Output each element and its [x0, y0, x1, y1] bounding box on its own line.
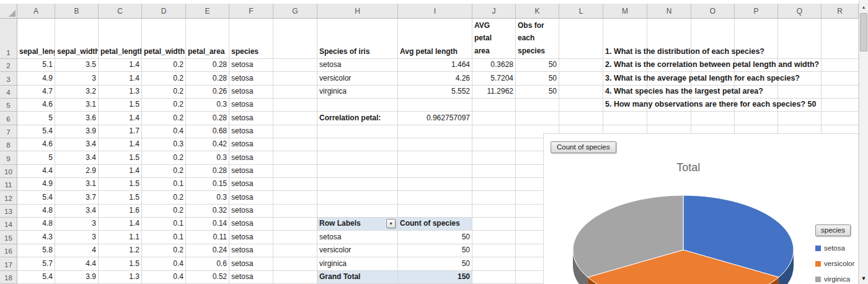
row-header-7[interactable]: 7 — [0, 125, 17, 138]
cell-I13[interactable] — [398, 205, 472, 218]
cell-K6[interactable] — [516, 112, 559, 125]
cell-A16[interactable]: 5.8 — [17, 244, 55, 257]
cell-C18[interactable]: 1.3 — [99, 271, 142, 284]
cell-H17[interactable]: virginica — [317, 257, 398, 270]
cell-H15[interactable]: setosa — [317, 231, 398, 244]
row-header-5[interactable]: 5 — [0, 99, 17, 112]
cell-H10[interactable] — [317, 165, 398, 178]
cell-A2[interactable]: 5.1 — [17, 59, 55, 72]
row-header-3[interactable]: 3 — [0, 72, 17, 85]
scroll-thumb[interactable] — [860, 13, 867, 51]
cell-C10[interactable]: 1.4 — [99, 165, 142, 178]
cell-H12[interactable] — [317, 191, 398, 204]
cell-F1[interactable]: species — [229, 19, 273, 59]
cell-K2[interactable]: 50 — [516, 59, 559, 72]
column-header-O[interactable]: O — [691, 4, 735, 19]
column-header-J[interactable]: J — [472, 4, 516, 19]
cell-E2[interactable]: 0.28 — [186, 59, 229, 72]
cell-B5[interactable]: 3.1 — [55, 99, 99, 112]
pie-3d-chart[interactable] — [565, 191, 801, 284]
cell-A5[interactable]: 4.6 — [17, 99, 55, 112]
column-header-R[interactable]: R — [822, 4, 859, 19]
cell-Q4[interactable] — [778, 86, 822, 99]
cell-B6[interactable]: 3.6 — [55, 112, 99, 125]
cell-O6[interactable] — [691, 112, 735, 125]
cell-I7[interactable] — [398, 125, 472, 138]
cell-C16[interactable]: 1.2 — [99, 244, 142, 257]
row-header-11[interactable]: 11 — [0, 178, 17, 191]
cell-E16[interactable]: 0.24 — [186, 244, 229, 257]
column-header-I[interactable]: I — [398, 4, 472, 19]
column-header-L[interactable]: L — [559, 4, 603, 19]
cell-D1[interactable]: petal_width — [142, 19, 186, 59]
cell-F3[interactable]: setosa — [229, 72, 273, 85]
vertical-scrollbar[interactable]: ▲ ▼ — [859, 0, 868, 284]
cell-I12[interactable] — [398, 191, 472, 204]
cell-R3[interactable] — [822, 72, 859, 85]
cell-B1[interactable]: sepal_width — [55, 19, 99, 59]
cell-G16[interactable] — [273, 244, 317, 257]
cell-J5[interactable] — [472, 99, 516, 112]
row-header-15[interactable]: 15 — [0, 231, 17, 244]
cell-F17[interactable]: setosa — [229, 257, 273, 270]
cell-J12[interactable] — [472, 191, 516, 204]
cell-F12[interactable]: setosa — [229, 191, 273, 204]
cell-G6[interactable] — [273, 112, 317, 125]
scroll-up-arrow-icon[interactable]: ▲ — [859, 2, 868, 12]
cell-K3[interactable]: 50 — [516, 72, 559, 85]
cell-I11[interactable] — [398, 178, 472, 191]
cell-C15[interactable]: 1.1 — [99, 231, 142, 244]
cell-K5[interactable] — [516, 99, 559, 112]
cell-R5[interactable] — [822, 99, 859, 112]
cell-B13[interactable]: 3.4 — [55, 205, 99, 218]
cell-E12[interactable]: 0.3 — [186, 191, 229, 204]
cell-J16[interactable] — [472, 244, 516, 257]
row-header-2[interactable]: 2 — [0, 59, 17, 72]
cell-H6[interactable]: Correlation petal: — [317, 112, 398, 125]
cell-F14[interactable]: setosa — [229, 218, 273, 231]
cell-C4[interactable]: 1.3 — [99, 86, 142, 99]
cell-I9[interactable] — [398, 151, 472, 164]
cell-G4[interactable] — [273, 86, 317, 99]
scroll-down-arrow-icon[interactable]: ▼ — [859, 273, 868, 283]
cell-G3[interactable] — [273, 72, 317, 85]
cell-C7[interactable]: 1.7 — [99, 125, 142, 138]
cell-G15[interactable] — [273, 231, 317, 244]
chart-field-button[interactable]: Count of species — [551, 141, 616, 153]
cell-J2[interactable]: 0.3628 — [472, 59, 516, 72]
cell-C3[interactable]: 1.4 — [99, 72, 142, 85]
cell-A9[interactable]: 5 — [17, 151, 55, 164]
cell-E17[interactable]: 0.6 — [186, 257, 229, 270]
cell-F13[interactable]: setosa — [229, 205, 273, 218]
row-header-6[interactable]: 6 — [0, 112, 17, 125]
cell-I8[interactable] — [398, 138, 472, 151]
cell-G18[interactable] — [273, 271, 317, 284]
cell-I15[interactable]: 50 — [398, 231, 472, 244]
cell-G7[interactable] — [273, 125, 317, 138]
cell-N6[interactable] — [647, 112, 691, 125]
column-header-H[interactable]: H — [317, 4, 398, 19]
cell-C1[interactable]: petal_length — [99, 19, 142, 59]
column-header-P[interactable]: P — [735, 4, 778, 19]
column-header-C[interactable]: C — [99, 4, 142, 19]
cell-C6[interactable]: 1.4 — [99, 112, 142, 125]
legend-item-virginica[interactable]: virginica — [815, 275, 859, 283]
cell-Q6[interactable] — [778, 112, 822, 125]
cell-H3[interactable]: versicolor — [317, 72, 398, 85]
cell-A15[interactable]: 4.3 — [17, 231, 55, 244]
cell-D17[interactable]: 0.4 — [142, 257, 186, 270]
cell-K1[interactable]: Obs for each species — [516, 19, 559, 59]
cell-B8[interactable]: 3.4 — [55, 138, 99, 151]
cell-H14[interactable]: Row Labels▼ — [317, 218, 398, 231]
row-header-8[interactable]: 8 — [0, 138, 17, 151]
cell-A17[interactable]: 5.7 — [17, 257, 55, 270]
cell-C9[interactable]: 1.5 — [99, 151, 142, 164]
cell-A8[interactable]: 4.6 — [17, 138, 55, 151]
cell-I10[interactable] — [398, 165, 472, 178]
cell-I18[interactable]: 150 — [398, 271, 472, 284]
cell-B18[interactable]: 3.9 — [55, 271, 99, 284]
cell-F5[interactable]: setosa — [229, 99, 273, 112]
row-header-14[interactable]: 14 — [0, 218, 17, 231]
cell-J17[interactable] — [472, 257, 516, 270]
cell-F11[interactable]: setosa — [229, 178, 273, 191]
